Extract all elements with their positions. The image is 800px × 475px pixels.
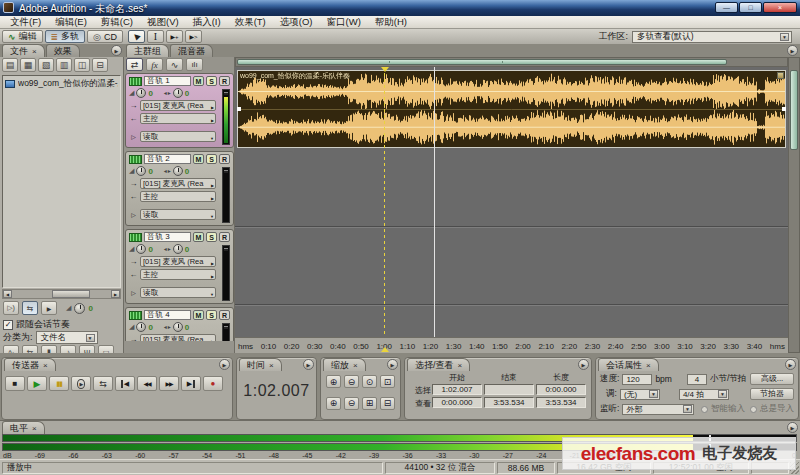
- insert-to-multitrack-button[interactable]: [38, 58, 54, 72]
- track-lane-area[interactable]: wo99_com_恰似你的温柔-乐队伴奏: [235, 67, 788, 337]
- close-button[interactable]: ×: [763, 2, 797, 13]
- scroll-left-icon[interactable]: [3, 290, 12, 298]
- selection-length-field[interactable]: 0:00.000: [536, 384, 586, 395]
- play-file-button[interactable]: [41, 301, 57, 315]
- go-to-beginning-button[interactable]: [115, 376, 135, 391]
- selection-marker-icon[interactable]: [381, 347, 389, 352]
- track-input-select[interactable]: [01S] 麦克风 (Rea: [140, 100, 216, 111]
- track-output-select[interactable]: 主控: [140, 191, 216, 202]
- zoom-full-button[interactable]: [380, 375, 395, 388]
- tab-session-properties[interactable]: 会话属性×: [598, 358, 659, 371]
- edit-file-button[interactable]: [74, 58, 90, 72]
- advanced-button[interactable]: 高级...: [750, 373, 794, 385]
- tempo-field[interactable]: 120: [622, 374, 652, 385]
- import-file-button[interactable]: [2, 58, 18, 72]
- view-end-field[interactable]: 3:53.534: [484, 397, 534, 408]
- beats-field[interactable]: 4: [687, 374, 707, 385]
- stop-button[interactable]: [5, 376, 25, 391]
- close-tab-icon[interactable]: ×: [646, 361, 651, 370]
- fx-button[interactable]: [146, 58, 163, 71]
- smart-input-radio[interactable]: [701, 406, 708, 413]
- panel-menu-button[interactable]: [111, 45, 122, 56]
- track-name-field[interactable]: 音轨 2: [144, 154, 191, 164]
- track-output-select[interactable]: 主控: [140, 269, 216, 280]
- time-select-tool[interactable]: [147, 30, 164, 43]
- record-arm-button[interactable]: R: [219, 154, 230, 164]
- track-input-select[interactable]: [01S] 麦克风 (Rea: [140, 334, 216, 341]
- panel-menu-button[interactable]: [787, 422, 798, 433]
- zoom-in-vertical-button[interactable]: [326, 397, 341, 410]
- sort-select[interactable]: 文件名: [36, 331, 98, 344]
- view-start-field[interactable]: 0:00.000: [432, 397, 482, 408]
- tab-main-group[interactable]: 主群组: [126, 44, 169, 57]
- dropdown-arrow-icon[interactable]: [86, 334, 95, 342]
- record-arm-button[interactable]: R: [219, 310, 230, 320]
- zoom-in-button[interactable]: [326, 375, 341, 388]
- files-list[interactable]: wo99_com_恰似你的温柔-乐队伴奏: [2, 75, 121, 288]
- loop-play-toggle[interactable]: [22, 301, 38, 315]
- menu-item[interactable]: 编辑(E): [48, 16, 94, 29]
- tab-time[interactable]: 时间×: [239, 358, 282, 371]
- file-item[interactable]: wo99_com_恰似你的温柔-乐队伴奏: [3, 76, 120, 92]
- fast-forward-button[interactable]: [159, 376, 179, 391]
- mute-button[interactable]: M: [193, 76, 204, 86]
- play-from-cursor-button[interactable]: [71, 376, 91, 391]
- zoom-out-button[interactable]: [344, 375, 359, 388]
- track-pan-value[interactable]: 0: [185, 167, 189, 176]
- zoom-to-left-edge-button[interactable]: [362, 397, 377, 410]
- panel-menu-button[interactable]: [303, 359, 314, 370]
- selection-marker-icon[interactable]: [381, 67, 389, 72]
- panel-menu-button[interactable]: [578, 359, 589, 370]
- mute-button[interactable]: M: [193, 310, 204, 320]
- track-volume-knob[interactable]: [136, 244, 146, 254]
- solo-button[interactable]: S: [206, 310, 217, 320]
- always-import-radio[interactable]: [750, 406, 757, 413]
- solo-button[interactable]: S: [206, 154, 217, 164]
- scrollbar-thumb[interactable]: [237, 59, 727, 65]
- close-tab-icon[interactable]: ×: [269, 361, 274, 370]
- zoom-to-right-edge-button[interactable]: [380, 397, 395, 410]
- dropdown-arrow-icon[interactable]: [649, 390, 658, 398]
- menu-item[interactable]: 视图(V): [140, 16, 186, 29]
- audio-clip[interactable]: wo99_com_恰似你的温柔-乐队伴奏: [237, 70, 786, 148]
- zoom-to-selection-button[interactable]: [362, 375, 377, 388]
- track-volume-value[interactable]: 0: [148, 245, 152, 254]
- minimize-button[interactable]: —: [715, 2, 738, 13]
- track-input-select[interactable]: [01S] 麦克风 (Rea: [140, 256, 216, 267]
- automation-button[interactable]: [166, 58, 183, 71]
- file-volume-value[interactable]: 0: [88, 304, 92, 313]
- record-button[interactable]: [203, 376, 223, 391]
- rewind-button[interactable]: [137, 376, 157, 391]
- track-pan-knob[interactable]: [173, 244, 183, 254]
- follow-session-checkbox[interactable]: [3, 320, 13, 330]
- selection-start-field[interactable]: 1:02.007: [432, 384, 482, 395]
- track-name-field[interactable]: 音轨 4: [144, 310, 191, 320]
- insert-to-cd-button[interactable]: [56, 58, 72, 72]
- track-pan-value[interactable]: 0: [185, 245, 189, 254]
- time-signature-select[interactable]: 4/4 拍: [679, 389, 729, 400]
- solo-button[interactable]: S: [206, 232, 217, 242]
- menu-item[interactable]: 剪辑(C): [94, 16, 140, 29]
- scrub-tool[interactable]: [185, 30, 202, 43]
- track-volume-knob[interactable]: [136, 322, 146, 332]
- dropdown-arrow-icon[interactable]: [683, 405, 692, 413]
- play-button[interactable]: [27, 376, 47, 391]
- track-pan-knob[interactable]: [173, 322, 183, 332]
- menu-item[interactable]: 窗口(W): [320, 16, 368, 29]
- play-looped-button[interactable]: [93, 376, 113, 391]
- track-volume-knob[interactable]: [136, 166, 146, 176]
- pause-button[interactable]: [49, 376, 69, 391]
- zoom-out-vertical-button[interactable]: [344, 397, 359, 410]
- maximize-button[interactable]: □: [739, 2, 762, 13]
- track-volume-value[interactable]: 0: [148, 323, 152, 332]
- metronome-button[interactable]: 节拍器: [750, 388, 794, 400]
- track-pan-knob[interactable]: [173, 166, 183, 176]
- mute-button[interactable]: M: [193, 154, 204, 164]
- tab-zoom[interactable]: 缩放×: [323, 358, 366, 371]
- close-tab-icon[interactable]: ×: [32, 424, 37, 433]
- horizontal-scrollbar[interactable]: [235, 57, 788, 67]
- track-volume-value[interactable]: 0: [148, 167, 152, 176]
- scrollbar-thumb[interactable]: [52, 290, 90, 298]
- menu-item[interactable]: 效果(T): [228, 16, 273, 29]
- panel-menu-button[interactable]: [785, 359, 796, 370]
